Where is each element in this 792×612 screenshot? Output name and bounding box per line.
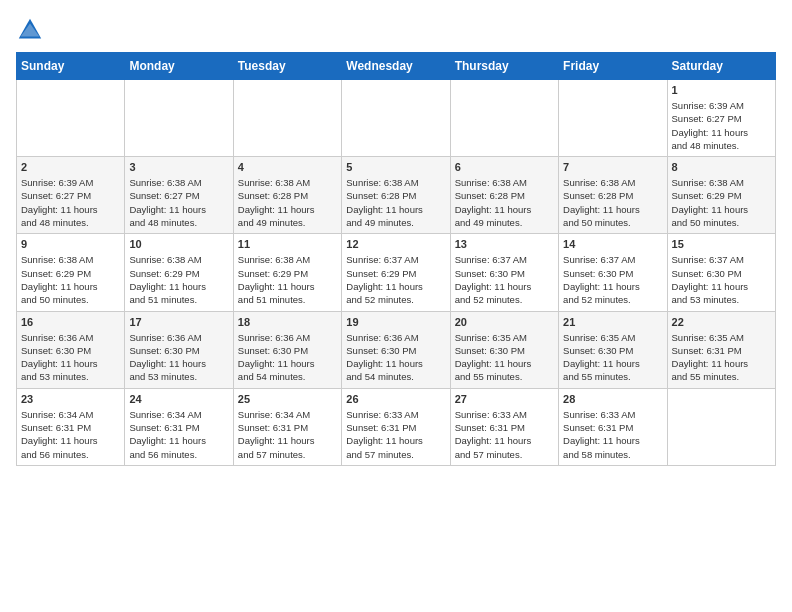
calendar-header: SundayMondayTuesdayWednesdayThursdayFrid… [17, 53, 776, 80]
day-number: 8 [672, 161, 771, 173]
calendar-cell: 17Sunrise: 6:36 AM Sunset: 6:30 PM Dayli… [125, 311, 233, 388]
calendar: SundayMondayTuesdayWednesdayThursdayFrid… [16, 52, 776, 466]
calendar-cell: 28Sunrise: 6:33 AM Sunset: 6:31 PM Dayli… [559, 388, 667, 465]
calendar-cell: 24Sunrise: 6:34 AM Sunset: 6:31 PM Dayli… [125, 388, 233, 465]
day-number: 4 [238, 161, 337, 173]
calendar-cell: 11Sunrise: 6:38 AM Sunset: 6:29 PM Dayli… [233, 234, 341, 311]
calendar-body: 1Sunrise: 6:39 AM Sunset: 6:27 PM Daylig… [17, 80, 776, 466]
day-info: Sunrise: 6:38 AM Sunset: 6:27 PM Dayligh… [129, 176, 228, 229]
day-number: 17 [129, 316, 228, 328]
weekday-header-monday: Monday [125, 53, 233, 80]
day-info: Sunrise: 6:34 AM Sunset: 6:31 PM Dayligh… [129, 408, 228, 461]
logo [16, 16, 48, 44]
weekday-header-sunday: Sunday [17, 53, 125, 80]
calendar-week-row: 2Sunrise: 6:39 AM Sunset: 6:27 PM Daylig… [17, 157, 776, 234]
day-info: Sunrise: 6:37 AM Sunset: 6:30 PM Dayligh… [455, 253, 554, 306]
calendar-cell [342, 80, 450, 157]
weekday-header-thursday: Thursday [450, 53, 558, 80]
calendar-cell: 5Sunrise: 6:38 AM Sunset: 6:28 PM Daylig… [342, 157, 450, 234]
day-number: 20 [455, 316, 554, 328]
day-number: 27 [455, 393, 554, 405]
calendar-week-row: 9Sunrise: 6:38 AM Sunset: 6:29 PM Daylig… [17, 234, 776, 311]
day-info: Sunrise: 6:39 AM Sunset: 6:27 PM Dayligh… [672, 99, 771, 152]
weekday-header-friday: Friday [559, 53, 667, 80]
calendar-cell: 19Sunrise: 6:36 AM Sunset: 6:30 PM Dayli… [342, 311, 450, 388]
day-number: 10 [129, 238, 228, 250]
day-info: Sunrise: 6:38 AM Sunset: 6:28 PM Dayligh… [238, 176, 337, 229]
calendar-cell: 13Sunrise: 6:37 AM Sunset: 6:30 PM Dayli… [450, 234, 558, 311]
day-info: Sunrise: 6:37 AM Sunset: 6:29 PM Dayligh… [346, 253, 445, 306]
day-info: Sunrise: 6:38 AM Sunset: 6:29 PM Dayligh… [238, 253, 337, 306]
calendar-cell [450, 80, 558, 157]
calendar-cell: 22Sunrise: 6:35 AM Sunset: 6:31 PM Dayli… [667, 311, 775, 388]
day-info: Sunrise: 6:38 AM Sunset: 6:28 PM Dayligh… [563, 176, 662, 229]
weekday-header-row: SundayMondayTuesdayWednesdayThursdayFrid… [17, 53, 776, 80]
calendar-cell [667, 388, 775, 465]
day-number: 19 [346, 316, 445, 328]
calendar-cell: 18Sunrise: 6:36 AM Sunset: 6:30 PM Dayli… [233, 311, 341, 388]
day-info: Sunrise: 6:38 AM Sunset: 6:29 PM Dayligh… [21, 253, 120, 306]
day-number: 3 [129, 161, 228, 173]
day-number: 9 [21, 238, 120, 250]
day-info: Sunrise: 6:38 AM Sunset: 6:28 PM Dayligh… [346, 176, 445, 229]
day-info: Sunrise: 6:34 AM Sunset: 6:31 PM Dayligh… [238, 408, 337, 461]
day-number: 16 [21, 316, 120, 328]
day-info: Sunrise: 6:36 AM Sunset: 6:30 PM Dayligh… [238, 331, 337, 384]
day-number: 11 [238, 238, 337, 250]
day-number: 24 [129, 393, 228, 405]
calendar-cell: 23Sunrise: 6:34 AM Sunset: 6:31 PM Dayli… [17, 388, 125, 465]
day-info: Sunrise: 6:38 AM Sunset: 6:29 PM Dayligh… [672, 176, 771, 229]
calendar-cell: 10Sunrise: 6:38 AM Sunset: 6:29 PM Dayli… [125, 234, 233, 311]
calendar-cell: 26Sunrise: 6:33 AM Sunset: 6:31 PM Dayli… [342, 388, 450, 465]
day-number: 14 [563, 238, 662, 250]
day-number: 7 [563, 161, 662, 173]
day-number: 22 [672, 316, 771, 328]
calendar-cell: 1Sunrise: 6:39 AM Sunset: 6:27 PM Daylig… [667, 80, 775, 157]
day-number: 1 [672, 84, 771, 96]
weekday-header-tuesday: Tuesday [233, 53, 341, 80]
day-info: Sunrise: 6:35 AM Sunset: 6:30 PM Dayligh… [563, 331, 662, 384]
day-number: 2 [21, 161, 120, 173]
day-info: Sunrise: 6:36 AM Sunset: 6:30 PM Dayligh… [21, 331, 120, 384]
day-info: Sunrise: 6:38 AM Sunset: 6:28 PM Dayligh… [455, 176, 554, 229]
calendar-cell [233, 80, 341, 157]
day-number: 26 [346, 393, 445, 405]
header [16, 16, 776, 44]
day-info: Sunrise: 6:33 AM Sunset: 6:31 PM Dayligh… [455, 408, 554, 461]
calendar-cell: 3Sunrise: 6:38 AM Sunset: 6:27 PM Daylig… [125, 157, 233, 234]
calendar-cell: 9Sunrise: 6:38 AM Sunset: 6:29 PM Daylig… [17, 234, 125, 311]
svg-marker-1 [21, 23, 40, 36]
day-number: 28 [563, 393, 662, 405]
weekday-header-saturday: Saturday [667, 53, 775, 80]
day-number: 6 [455, 161, 554, 173]
calendar-cell: 16Sunrise: 6:36 AM Sunset: 6:30 PM Dayli… [17, 311, 125, 388]
calendar-week-row: 16Sunrise: 6:36 AM Sunset: 6:30 PM Dayli… [17, 311, 776, 388]
calendar-cell [559, 80, 667, 157]
calendar-cell: 27Sunrise: 6:33 AM Sunset: 6:31 PM Dayli… [450, 388, 558, 465]
day-info: Sunrise: 6:37 AM Sunset: 6:30 PM Dayligh… [672, 253, 771, 306]
calendar-cell [17, 80, 125, 157]
calendar-week-row: 23Sunrise: 6:34 AM Sunset: 6:31 PM Dayli… [17, 388, 776, 465]
day-info: Sunrise: 6:33 AM Sunset: 6:31 PM Dayligh… [346, 408, 445, 461]
day-number: 25 [238, 393, 337, 405]
day-info: Sunrise: 6:36 AM Sunset: 6:30 PM Dayligh… [346, 331, 445, 384]
calendar-cell: 6Sunrise: 6:38 AM Sunset: 6:28 PM Daylig… [450, 157, 558, 234]
day-number: 15 [672, 238, 771, 250]
day-info: Sunrise: 6:35 AM Sunset: 6:30 PM Dayligh… [455, 331, 554, 384]
calendar-cell: 25Sunrise: 6:34 AM Sunset: 6:31 PM Dayli… [233, 388, 341, 465]
calendar-cell: 7Sunrise: 6:38 AM Sunset: 6:28 PM Daylig… [559, 157, 667, 234]
calendar-cell [125, 80, 233, 157]
day-number: 23 [21, 393, 120, 405]
calendar-cell: 14Sunrise: 6:37 AM Sunset: 6:30 PM Dayli… [559, 234, 667, 311]
day-info: Sunrise: 6:39 AM Sunset: 6:27 PM Dayligh… [21, 176, 120, 229]
calendar-cell: 15Sunrise: 6:37 AM Sunset: 6:30 PM Dayli… [667, 234, 775, 311]
day-info: Sunrise: 6:37 AM Sunset: 6:30 PM Dayligh… [563, 253, 662, 306]
calendar-week-row: 1Sunrise: 6:39 AM Sunset: 6:27 PM Daylig… [17, 80, 776, 157]
day-info: Sunrise: 6:33 AM Sunset: 6:31 PM Dayligh… [563, 408, 662, 461]
day-number: 5 [346, 161, 445, 173]
calendar-cell: 8Sunrise: 6:38 AM Sunset: 6:29 PM Daylig… [667, 157, 775, 234]
calendar-cell: 20Sunrise: 6:35 AM Sunset: 6:30 PM Dayli… [450, 311, 558, 388]
logo-icon [16, 16, 44, 44]
day-number: 21 [563, 316, 662, 328]
calendar-cell: 4Sunrise: 6:38 AM Sunset: 6:28 PM Daylig… [233, 157, 341, 234]
